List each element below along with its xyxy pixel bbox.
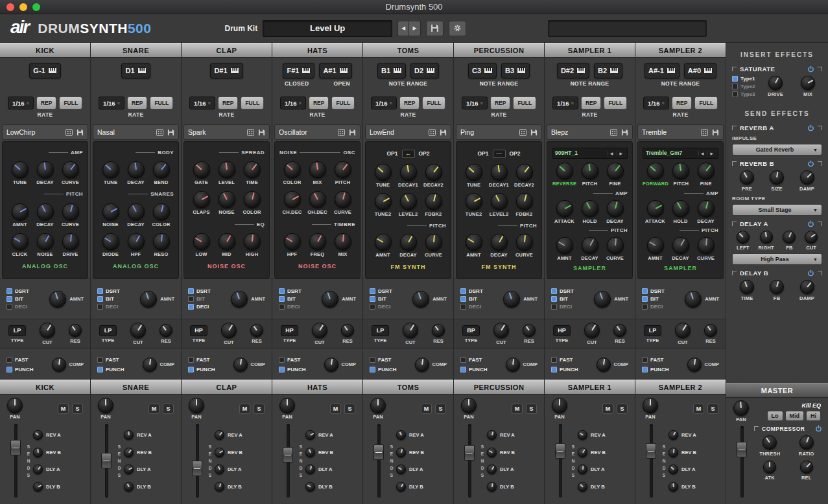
full-button[interactable]: FULL	[422, 97, 445, 109]
rate-select[interactable]: 1/16≡	[371, 97, 397, 109]
comp-knob[interactable]	[597, 358, 611, 372]
kill-lo-button[interactable]: Lo	[767, 411, 783, 421]
rep-button[interactable]: REP	[399, 97, 420, 109]
zoom-window-button[interactable]	[32, 3, 40, 11]
save-kit-button[interactable]	[426, 21, 444, 36]
decay1-knob[interactable]	[491, 164, 508, 181]
fader-handle[interactable]	[737, 442, 747, 457]
dist-option-bit[interactable]: BIT	[279, 296, 319, 302]
high-knob[interactable]	[244, 233, 261, 250]
dist-option-bit[interactable]: BIT	[97, 296, 137, 302]
cutoff-knob[interactable]	[312, 323, 327, 338]
synth-preset-name[interactable]: Tremble	[642, 128, 697, 136]
note-selector[interactable]: D#1	[210, 63, 242, 78]
decay-knob[interactable]	[491, 234, 508, 251]
resonance-knob[interactable]	[704, 324, 717, 337]
diode-knob[interactable]	[102, 233, 119, 250]
decay-knob[interactable]	[128, 161, 145, 178]
thresh-knob[interactable]	[763, 435, 777, 450]
rep-button[interactable]: REP	[127, 97, 147, 109]
cut-knob[interactable]	[805, 231, 818, 244]
hpf-knob[interactable]	[284, 233, 301, 250]
reverse-knob[interactable]	[556, 163, 573, 179]
cutoff-knob[interactable]	[584, 323, 600, 338]
synth-preset-name[interactable]: Blepz	[551, 128, 606, 136]
save-preset-button[interactable]	[349, 129, 356, 136]
save-preset-button[interactable]	[621, 129, 628, 136]
punch-toggle[interactable]: PUNCH	[188, 367, 230, 372]
send-knob[interactable]	[124, 482, 134, 492]
full-button[interactable]: FULL	[331, 97, 355, 109]
dist-option-deci[interactable]: DECI	[460, 304, 501, 310]
synth-preset-name[interactable]: Ping	[460, 128, 515, 136]
fb-knob[interactable]	[770, 280, 784, 294]
send-knob[interactable]	[668, 464, 678, 474]
prev-sample-button[interactable]: ◀	[698, 151, 706, 155]
amnt-knob[interactable]	[556, 237, 573, 254]
freq-knob[interactable]	[309, 233, 326, 250]
cutoff-knob[interactable]	[675, 323, 691, 338]
dist-option-dsrt[interactable]: DSRT	[188, 288, 228, 294]
tune-knob[interactable]	[12, 161, 29, 178]
rep-button[interactable]: REP	[309, 97, 329, 109]
impulse-select[interactable]: Gated Reverb ▼	[732, 144, 822, 155]
compressor-power-button[interactable]	[815, 425, 822, 432]
saturate-power-button[interactable]	[807, 65, 814, 73]
rel-knob[interactable]	[800, 461, 813, 474]
mute-button[interactable]: M	[602, 404, 613, 414]
note-selector[interactable]: D2	[410, 63, 439, 78]
prev-sample-button[interactable]: ◀	[608, 151, 615, 155]
comp-knob[interactable]	[687, 358, 702, 372]
comp-knob[interactable]	[52, 358, 66, 372]
rate-select[interactable]: 1/16≡	[99, 97, 124, 109]
comp-knob[interactable]	[506, 358, 520, 372]
decay1-knob[interactable]	[400, 164, 417, 181]
curve-knob[interactable]	[62, 161, 79, 178]
note-selector[interactable]: F#1	[283, 63, 314, 78]
comp-knob[interactable]	[143, 358, 157, 372]
pan-knob[interactable]	[98, 398, 113, 413]
delay-b-power-button[interactable]	[807, 269, 814, 277]
pitch-knob[interactable]	[672, 163, 689, 179]
rate-select[interactable]: 1/16≡	[8, 97, 34, 109]
pan-knob[interactable]	[189, 398, 204, 413]
filter-type-button[interactable]: HP	[190, 325, 207, 336]
rep-button[interactable]: REP	[581, 97, 601, 109]
random-preset-button[interactable]	[610, 129, 617, 136]
kill-mid-button[interactable]: Mid	[785, 411, 805, 421]
filter-type-button[interactable]: HP	[281, 325, 298, 336]
volume-fader[interactable]	[7, 423, 24, 499]
fader-handle[interactable]	[101, 453, 112, 468]
send-knob[interactable]	[487, 430, 497, 440]
filter-type-button[interactable]: HP	[553, 325, 571, 336]
damp-knob[interactable]	[800, 170, 814, 185]
noise-knob[interactable]	[37, 233, 54, 250]
fdbk2-knob[interactable]	[425, 193, 442, 210]
dist-option-deci[interactable]: DECI	[370, 304, 410, 310]
sample-selector[interactable]: Tremble_Gm7◀▶	[643, 148, 718, 159]
synth-preset-name[interactable]: Oscillator	[279, 128, 334, 136]
filter-type-button[interactable]: LP	[99, 325, 117, 336]
fast-toggle[interactable]: FAST	[642, 357, 683, 363]
comp-knob[interactable]	[415, 358, 429, 372]
master-fader[interactable]	[733, 425, 750, 499]
low-knob[interactable]	[193, 233, 210, 250]
send-knob[interactable]	[305, 464, 315, 474]
save-preset-button[interactable]	[712, 129, 719, 136]
fader-handle[interactable]	[464, 445, 475, 461]
oh-dec-knob[interactable]	[309, 191, 326, 208]
time-knob[interactable]	[244, 161, 261, 178]
dist-option-dsrt[interactable]: DSRT	[279, 288, 319, 294]
punch-toggle[interactable]: PUNCH	[370, 367, 411, 372]
reverb-b-power-button[interactable]	[807, 160, 814, 167]
decay-knob[interactable]	[582, 237, 598, 254]
atk-knob[interactable]	[763, 461, 776, 474]
master-pan-knob[interactable]	[733, 400, 749, 416]
rep-button[interactable]: REP	[218, 97, 238, 109]
curve-knob[interactable]	[62, 203, 79, 220]
mix-knob[interactable]	[309, 161, 326, 178]
decay-knob[interactable]	[128, 203, 145, 220]
dist-amount-knob[interactable]	[322, 291, 338, 308]
right-knob[interactable]	[760, 231, 773, 244]
random-preset-button[interactable]	[65, 129, 73, 136]
